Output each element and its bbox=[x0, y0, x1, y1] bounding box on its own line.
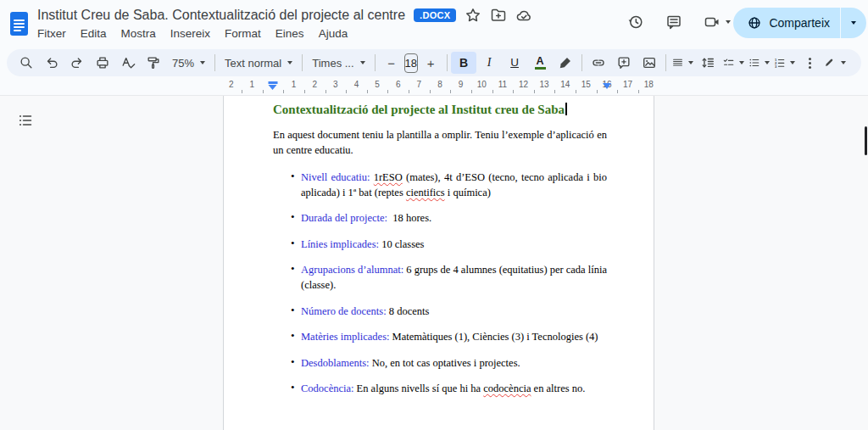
italic-icon: I bbox=[487, 57, 492, 69]
highlighter-icon bbox=[558, 55, 573, 70]
meet-join-button[interactable] bbox=[704, 14, 731, 31]
font-size-input[interactable]: 18 bbox=[404, 53, 418, 73]
bullet-label: Nivell educatiu: bbox=[301, 171, 370, 183]
version-history-icon[interactable] bbox=[627, 14, 644, 31]
bullet-item[interactable]: •Agrupacions d’alumnat: 6 grups de 4 alu… bbox=[273, 262, 607, 293]
chevron-down-icon bbox=[739, 61, 744, 64]
star-icon[interactable] bbox=[465, 7, 481, 24]
menu-mostra[interactable]: Mostra bbox=[121, 27, 156, 40]
ruler-tick bbox=[617, 90, 618, 93]
font-value: Times ... bbox=[312, 57, 353, 70]
align-button[interactable] bbox=[670, 52, 695, 74]
bullet-dot-icon: • bbox=[291, 261, 295, 277]
menu-fitxer[interactable]: Fitxer bbox=[37, 27, 66, 40]
numbered-list-button[interactable] bbox=[771, 52, 797, 74]
bullet-item[interactable]: •Número de docents: 8 docents bbox=[273, 304, 607, 319]
font-select[interactable]: Times ... bbox=[306, 52, 370, 74]
document-page[interactable]: Contextualització del projecte al Instit… bbox=[223, 96, 654, 430]
bullet-item[interactable]: •Desdoblaments: No, en tot cas optatives… bbox=[273, 355, 607, 371]
ruler-num: 2 bbox=[229, 80, 234, 89]
ruler-marker-indent[interactable] bbox=[269, 81, 278, 92]
document-heading[interactable]: Contextualització del projecte al Instit… bbox=[273, 102, 607, 119]
align-justify-icon bbox=[671, 55, 684, 70]
bullet-item[interactable]: •Matèries implicades: Matemàtiques (1), … bbox=[273, 329, 607, 344]
spell-check-button[interactable] bbox=[115, 52, 141, 74]
ruler[interactable]: 21123456789101112131415161718 bbox=[0, 79, 868, 95]
add-comment-icon bbox=[616, 55, 632, 70]
ruler-tick bbox=[304, 90, 305, 93]
add-comment-button[interactable] bbox=[611, 52, 637, 74]
bullet-text: 18 hores. bbox=[387, 212, 431, 224]
menu-edita[interactable]: Edita bbox=[81, 27, 107, 40]
bullet-item[interactable]: •Nivell educatiu: 1rESO (mates), 4t d’ES… bbox=[273, 170, 607, 200]
ruler-tick bbox=[242, 90, 242, 93]
menu-insereix[interactable]: Insereix bbox=[170, 27, 210, 40]
scrollbar-thumb[interactable] bbox=[865, 126, 867, 155]
menu-format[interactable]: Format bbox=[225, 27, 261, 40]
line-spacing-button[interactable] bbox=[695, 52, 721, 74]
google-docs-logo-icon[interactable] bbox=[9, 11, 29, 36]
paragraph-style-select[interactable]: Text normal bbox=[219, 52, 298, 74]
underline-button[interactable]: U bbox=[502, 52, 527, 74]
document-content[interactable]: Contextualització del projecte al Instit… bbox=[224, 96, 654, 396]
bullet-label: Agrupacions d’alumnat: bbox=[301, 264, 403, 276]
chevron-down-icon bbox=[688, 61, 693, 64]
share-dropdown-button[interactable] bbox=[841, 21, 866, 25]
bullet-item[interactable]: •Codocència: En alguns nivells sí que hi… bbox=[273, 381, 607, 396]
share-button[interactable]: Comparteix bbox=[733, 8, 866, 38]
toolbar-separator bbox=[581, 54, 582, 71]
insert-image-button[interactable] bbox=[637, 52, 662, 74]
ruler-tick bbox=[263, 90, 264, 93]
share-main[interactable]: Comparteix bbox=[733, 15, 840, 31]
more-options-button[interactable] bbox=[797, 52, 822, 74]
document-canvas[interactable]: Contextualització del projecte al Instit… bbox=[0, 95, 868, 430]
text-color-button[interactable]: A bbox=[527, 52, 553, 74]
bullet-item[interactable]: •Durada del projecte: 18 hores. bbox=[273, 210, 607, 226]
title-row: Institut Creu de Saba. Contextualització… bbox=[37, 7, 532, 24]
ruler-tick bbox=[471, 90, 472, 93]
top-actions bbox=[627, 14, 731, 31]
checklist-icon bbox=[722, 55, 735, 70]
search-menus-button[interactable] bbox=[14, 52, 39, 74]
font-size-increase-button[interactable]: + bbox=[418, 52, 443, 74]
menu-eines[interactable]: Eines bbox=[275, 27, 304, 40]
bullet-item[interactable]: •Línies implicades: 10 classes bbox=[273, 237, 607, 252]
ruler-tick bbox=[450, 90, 451, 93]
checklist-button[interactable] bbox=[721, 52, 746, 74]
ruler-num: 18 bbox=[644, 80, 654, 89]
insert-link-button[interactable] bbox=[586, 52, 611, 74]
ruler-num: 1 bbox=[250, 80, 255, 89]
text-cursor bbox=[565, 103, 567, 115]
font-size-decrease-button[interactable]: − bbox=[379, 52, 404, 74]
document-title[interactable]: Institut Creu de Saba. Contextualització… bbox=[37, 8, 405, 23]
move-to-folder-icon[interactable] bbox=[490, 7, 507, 24]
ruler-num: 1 bbox=[292, 80, 297, 89]
bulleted-list-button[interactable] bbox=[746, 52, 771, 74]
print-button[interactable] bbox=[90, 52, 115, 74]
zoom-value: 75% bbox=[172, 57, 194, 70]
redo-button[interactable] bbox=[64, 52, 90, 74]
document-outline-icon[interactable] bbox=[17, 112, 34, 129]
ruler-marker-margin[interactable] bbox=[603, 83, 611, 89]
misspelled-word: codocència bbox=[483, 383, 531, 394]
zoom-select[interactable]: 75% bbox=[166, 52, 211, 74]
toolbar-separator bbox=[302, 54, 303, 71]
paint-format-button[interactable] bbox=[141, 52, 166, 74]
italic-button[interactable]: I bbox=[476, 52, 502, 74]
ruler-tick bbox=[534, 90, 535, 93]
heading-text: Contextualització del projecte al Instit… bbox=[273, 103, 565, 116]
image-icon bbox=[642, 55, 657, 70]
ruler-num: 14 bbox=[560, 80, 570, 89]
highlight-color-button[interactable] bbox=[553, 52, 578, 74]
comments-icon[interactable] bbox=[665, 14, 682, 31]
bold-button[interactable]: B bbox=[451, 52, 476, 74]
editing-mode-button[interactable] bbox=[822, 52, 848, 74]
bullet-dot-icon: • bbox=[291, 355, 295, 371]
spell-check-icon bbox=[120, 55, 136, 70]
cloud-saved-icon[interactable] bbox=[515, 7, 532, 24]
intro-paragraph[interactable]: En aquest document teniu la plantilla a … bbox=[273, 127, 607, 158]
ruler-tick bbox=[346, 90, 347, 93]
bullet-dot-icon: • bbox=[291, 328, 295, 344]
undo-button[interactable] bbox=[39, 52, 64, 74]
menu-ajuda[interactable]: Ajuda bbox=[319, 27, 348, 40]
